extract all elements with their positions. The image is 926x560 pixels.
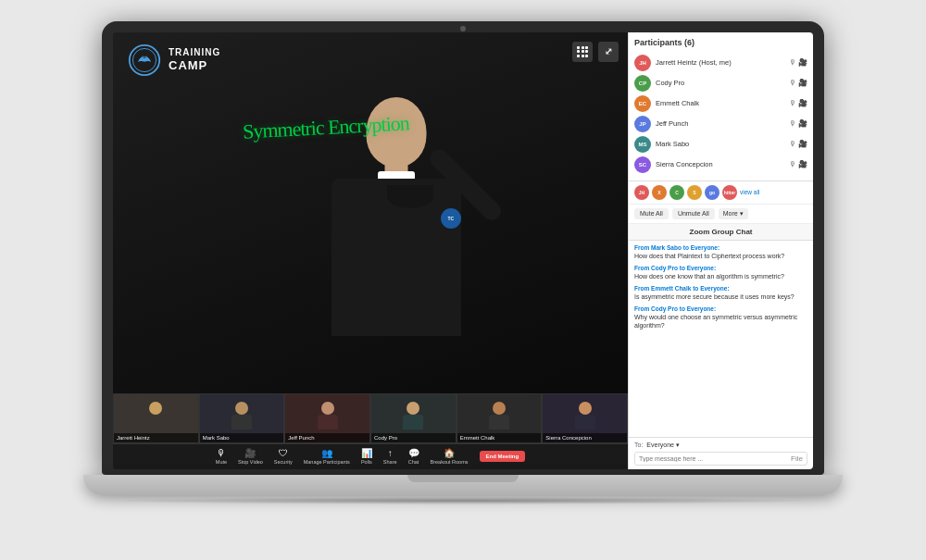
zoom-sidebar: Participants (6) JH Jarrett Heintz (Host… (628, 32, 813, 469)
mic-icon-2: 🎙 (789, 79, 796, 87)
chat-msg-2: From Cody Pro to Everyone: How does one … (634, 265, 807, 280)
chat-from-1: From Mark Sabo to Everyone: (634, 244, 807, 251)
instructor-figure: TC (304, 79, 489, 338)
participant-row-6: SC Sierra Concepcion 🎙 🎥 (634, 155, 807, 175)
person-sil-3 (318, 402, 338, 429)
mute-all-button[interactable]: Mute All (634, 208, 669, 219)
security-label: Security (274, 459, 293, 465)
mini-av-6: hitter (722, 185, 737, 200)
chat-label: Chat (408, 459, 419, 465)
end-meeting-button[interactable]: End Meeting (480, 451, 526, 462)
security-icon: 🛡 (279, 448, 288, 458)
fullscreen-button[interactable]: ⤢ (598, 42, 619, 62)
thumb-sierra[interactable]: Sierra Concepcion (542, 393, 628, 443)
participant-row-3: EC Emmett Chalk 🎙 🎥 (634, 93, 807, 114)
participant-row-2: CP Cody Pro 🎙 🎥 (634, 73, 807, 93)
tc-logo-text: TRAINING CAMP (169, 47, 220, 73)
chat-text-1: How does that Plaintext to Ciphertext pr… (634, 252, 807, 260)
laptop-wrapper: TC (65, 21, 861, 540)
chat-input-area: To: Everyone ▾ File (629, 437, 813, 469)
zoom-toolbar: 🎙 Mute 🎥 Stop Video 🛡 Security 👥 (113, 443, 628, 469)
chat-from-2: From Cody Pro to Everyone: (634, 265, 807, 271)
instructor-video-area: TC (113, 32, 628, 393)
chat-file-button[interactable]: File (791, 454, 803, 463)
logo-line1: TRAINING (169, 47, 220, 58)
chat-messages: From Mark Sabo to Everyone: How does tha… (629, 241, 813, 437)
manage-participants-label: Manage Participants (304, 459, 350, 465)
icons-jarrett: 🎙 🎥 (789, 58, 807, 67)
cam-icon-1: 🎥 (798, 58, 807, 67)
share-button[interactable]: ↑ Share (383, 448, 397, 465)
chat-from-3: From Emmett Chalk to Everyone: (634, 285, 807, 292)
participant-row-5: MS Mark Sabo 🎙 🎥 (634, 134, 807, 155)
cam-icon-3: 🎥 (798, 99, 807, 107)
participants-panel: Participants (6) JH Jarrett Heintz (Host… (629, 32, 813, 181)
cam-icon-5: 🎥 (798, 140, 807, 148)
name-jarrett: Jarrett Heintz (Host, me) (656, 58, 784, 67)
thumb-jeff[interactable]: Jeff Punch (284, 393, 370, 443)
instructor-video: TC (113, 32, 628, 393)
cam-icon-6: 🎥 (798, 160, 807, 168)
mic-icon-6: 🎙 (789, 160, 796, 168)
zoom-main-area: TC (113, 32, 628, 469)
icons-mark: 🎙 🎥 (789, 140, 807, 148)
unmute-all-button[interactable]: Unmute All (672, 208, 715, 219)
thumb-name-5: Emmett Chalk (457, 433, 542, 442)
laptop-screen: TC (102, 21, 824, 475)
chat-msg-1: From Mark Sabo to Everyone: How does tha… (634, 244, 807, 260)
security-button[interactable]: 🛡 Security (274, 448, 293, 465)
mini-av-4: S (687, 185, 702, 200)
name-cody: Cody Pro (656, 79, 784, 87)
thumb-mark[interactable]: Mark Sabo (199, 393, 285, 443)
name-sierra: Sierra Concepcion (656, 160, 784, 168)
view-controls: ⤢ (572, 42, 619, 62)
thumb-cody[interactable]: Cody Pro (370, 393, 457, 443)
share-icon: ↑ (388, 448, 393, 458)
view-all-link[interactable]: view all (740, 189, 759, 195)
mini-av-1: JH (634, 185, 649, 200)
mic-icon-4: 🎙 (789, 119, 796, 128)
participant-videos: Jarrett Heintz Mark Sabo (113, 393, 628, 443)
chat-input-row: File (634, 452, 807, 466)
chat-to-select[interactable]: Everyone ▾ (646, 442, 680, 449)
chat-text-4: Why would one choose an symmetric versus… (634, 313, 807, 330)
avatar-cody: CP (634, 75, 651, 92)
person-sil-1 (145, 402, 166, 429)
laptop-base (83, 475, 843, 495)
mic-icon-1: 🎙 (789, 58, 796, 67)
polls-button[interactable]: 📊 Polls (361, 448, 372, 465)
laptop-camera (460, 26, 466, 31)
chat-msg-3: From Emmett Chalk to Everyone: Is asymme… (634, 285, 807, 301)
chat-icon: 💬 (408, 448, 419, 458)
chat-to-label: To: (634, 442, 643, 448)
icons-jeff: 🎙 🎥 (789, 119, 807, 128)
chat-to-row: To: Everyone ▾ (634, 442, 807, 449)
person-sil-2 (232, 402, 252, 429)
participants-actions-row: Mute All Unmute All More ▾ (629, 205, 813, 224)
thumb-name-6: Sierra Concepcion (543, 433, 627, 442)
chat-msg-4: From Cody Pro to Everyone: Why would one… (634, 305, 807, 330)
avatar-jarrett: JH (634, 55, 651, 71)
manage-participants-button[interactable]: 👥 Manage Participants (304, 448, 350, 465)
mute-button[interactable]: 🎙 Mute (216, 448, 227, 465)
avatar-sierra: SC (634, 156, 651, 173)
breakout-icon: 🏠 (444, 448, 455, 458)
grid-view-button[interactable] (572, 42, 593, 62)
chat-button[interactable]: 💬 Chat (408, 448, 419, 465)
stop-video-button[interactable]: 🎥 Stop Video (238, 448, 263, 465)
chat-message-input[interactable] (639, 455, 788, 462)
more-button[interactable]: More ▾ (719, 208, 748, 219)
icons-emmett: 🎙 🎥 (789, 99, 807, 107)
tc-logo-icon (128, 44, 161, 77)
breakout-rooms-button[interactable]: 🏠 Breakout Rooms (431, 448, 469, 465)
person-sil-4 (403, 402, 423, 429)
icons-sierra: 🎙 🎥 (789, 160, 807, 168)
logo-line2: CAMP (169, 58, 220, 73)
mini-av-2: X (652, 185, 667, 200)
participant-row-1: JH Jarrett Heintz (Host, me) 🎙 🎥 (634, 53, 807, 73)
thumb-emmett[interactable]: Emmett Chalk (457, 393, 543, 443)
chat-header: Zoom Group Chat (629, 224, 813, 241)
thumb-name-4: Cody Pro (371, 433, 456, 442)
thumb-jarrett[interactable]: Jarrett Heintz (113, 393, 199, 443)
participants-icon: 👥 (321, 448, 332, 458)
